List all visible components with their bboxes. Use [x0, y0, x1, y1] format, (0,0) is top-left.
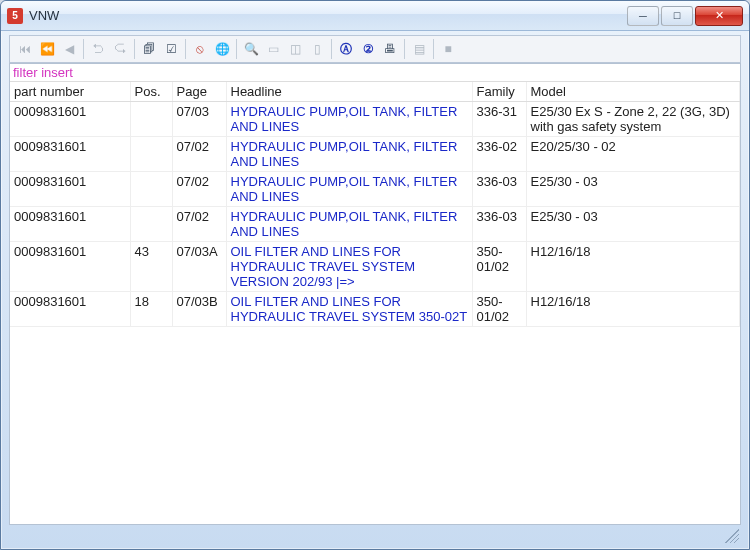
resize-grip-icon[interactable]: [725, 529, 739, 543]
cell-headline[interactable]: HYDRAULIC PUMP,OIL TANK, FILTER AND LINE…: [226, 137, 472, 172]
app-window: 5 VNW ─ ☐ ✕ ⏮ ⏪ ◀ ⮌ ⮎ 🗐 ☑ ⦸ 🌐 🔍 ▭ ◫ ▯ Ⓐ …: [0, 0, 750, 550]
first-icon[interactable]: ⏮: [14, 38, 36, 60]
close-button[interactable]: ✕: [695, 6, 743, 26]
col-headline[interactable]: Headline: [226, 82, 472, 102]
cell-family: 336-03: [472, 172, 526, 207]
window-controls: ─ ☐ ✕: [627, 6, 743, 26]
cell-pos: [130, 137, 172, 172]
maximize-button[interactable]: ☐: [661, 6, 693, 26]
table-row[interactable]: 000983160107/02HYDRAULIC PUMP,OIL TANK, …: [10, 137, 740, 172]
cell-model: E20/25/30 - 02: [526, 137, 740, 172]
content-area: filter insert part number Pos. Page Head…: [9, 63, 741, 525]
page-dual-icon[interactable]: ◫: [284, 38, 306, 60]
table-header-row: part number Pos. Page Headline Family Mo…: [10, 82, 740, 102]
table-row[interactable]: 000983160107/02HYDRAULIC PUMP,OIL TANK, …: [10, 172, 740, 207]
cell-family: 336-31: [472, 102, 526, 137]
no-image-icon[interactable]: ⦸: [189, 38, 211, 60]
col-family[interactable]: Family: [472, 82, 526, 102]
cell-headline[interactable]: OIL FILTER AND LINES FOR HYDRAULIC TRAVE…: [226, 292, 472, 327]
two-circle-icon[interactable]: ②: [357, 38, 379, 60]
toolbar-separator: [236, 39, 237, 59]
col-part-number[interactable]: part number: [10, 82, 130, 102]
cell-pos: [130, 102, 172, 137]
col-pos[interactable]: Pos.: [130, 82, 172, 102]
stop-icon[interactable]: ■: [437, 38, 459, 60]
cell-family: 350-01/02: [472, 242, 526, 292]
cell-model: E25/30 - 03: [526, 207, 740, 242]
cell-model: H12/16/18: [526, 292, 740, 327]
cell-headline[interactable]: OIL FILTER AND LINES FOR HYDRAULIC TRAVE…: [226, 242, 472, 292]
cell-part_number: 0009831601: [10, 137, 130, 172]
app-icon: 5: [7, 8, 23, 24]
cell-headline[interactable]: HYDRAULIC PUMP,OIL TANK, FILTER AND LINE…: [226, 102, 472, 137]
cell-part_number: 0009831601: [10, 292, 130, 327]
toolbar-separator: [185, 39, 186, 59]
statusbar: [9, 529, 741, 545]
table-row[interactable]: 000983160107/03HYDRAULIC PUMP,OIL TANK, …: [10, 102, 740, 137]
col-model[interactable]: Model: [526, 82, 740, 102]
table-body: 000983160107/03HYDRAULIC PUMP,OIL TANK, …: [10, 102, 740, 327]
cell-part_number: 0009831601: [10, 242, 130, 292]
cell-page: 07/02: [172, 172, 226, 207]
print-icon[interactable]: 🖶: [379, 38, 401, 60]
cell-part_number: 0009831601: [10, 207, 130, 242]
toolbar-separator: [134, 39, 135, 59]
cell-page: 07/02: [172, 207, 226, 242]
cell-model: E25/30 - 03: [526, 172, 740, 207]
jump-forward-icon[interactable]: ⮎: [109, 38, 131, 60]
cell-pos: 18: [130, 292, 172, 327]
titlebar[interactable]: 5 VNW ─ ☐ ✕: [1, 1, 749, 31]
page-icon[interactable]: ▭: [262, 38, 284, 60]
filter-label: filter insert: [10, 64, 740, 82]
cell-headline[interactable]: HYDRAULIC PUMP,OIL TANK, FILTER AND LINE…: [226, 207, 472, 242]
cell-page: 07/03A: [172, 242, 226, 292]
globe-icon[interactable]: 🌐: [211, 38, 233, 60]
jump-back-icon[interactable]: ⮌: [87, 38, 109, 60]
toolbar-separator: [404, 39, 405, 59]
toolbar-separator: [433, 39, 434, 59]
toolbar: ⏮ ⏪ ◀ ⮌ ⮎ 🗐 ☑ ⦸ 🌐 🔍 ▭ ◫ ▯ Ⓐ ② 🖶 ▤ ■: [9, 35, 741, 63]
cell-pos: 43: [130, 242, 172, 292]
cell-page: 07/02: [172, 137, 226, 172]
prev-icon[interactable]: ◀: [58, 38, 80, 60]
page-outline-icon[interactable]: ▯: [306, 38, 328, 60]
a-circle-icon[interactable]: Ⓐ: [335, 38, 357, 60]
cell-model: E25/30 Ex S - Zone 2, 22 (3G, 3D) with g…: [526, 102, 740, 137]
cell-page: 07/03B: [172, 292, 226, 327]
minimize-button[interactable]: ─: [627, 6, 659, 26]
table-row[interactable]: 00098316011807/03BOIL FILTER AND LINES F…: [10, 292, 740, 327]
cell-pos: [130, 172, 172, 207]
table-row[interactable]: 000983160107/02HYDRAULIC PUMP,OIL TANK, …: [10, 207, 740, 242]
cell-model: H12/16/18: [526, 242, 740, 292]
cell-family: 336-03: [472, 207, 526, 242]
toolbar-separator: [83, 39, 84, 59]
cell-pos: [130, 207, 172, 242]
window-title: VNW: [29, 8, 627, 23]
toolbar-separator: [331, 39, 332, 59]
cell-part_number: 0009831601: [10, 102, 130, 137]
prev-page-icon[interactable]: ⏪: [36, 38, 58, 60]
table-row[interactable]: 00098316014307/03AOIL FILTER AND LINES F…: [10, 242, 740, 292]
zoom-icon[interactable]: 🔍: [240, 38, 262, 60]
cell-page: 07/03: [172, 102, 226, 137]
cell-family: 350-01/02: [472, 292, 526, 327]
cell-headline[interactable]: HYDRAULIC PUMP,OIL TANK, FILTER AND LINE…: [226, 172, 472, 207]
checklist-icon[interactable]: ☑: [160, 38, 182, 60]
cart-icon[interactable]: 🗐: [138, 38, 160, 60]
col-page[interactable]: Page: [172, 82, 226, 102]
results-table: part number Pos. Page Headline Family Mo…: [10, 82, 740, 327]
cell-family: 336-02: [472, 137, 526, 172]
cell-part_number: 0009831601: [10, 172, 130, 207]
document-icon[interactable]: ▤: [408, 38, 430, 60]
